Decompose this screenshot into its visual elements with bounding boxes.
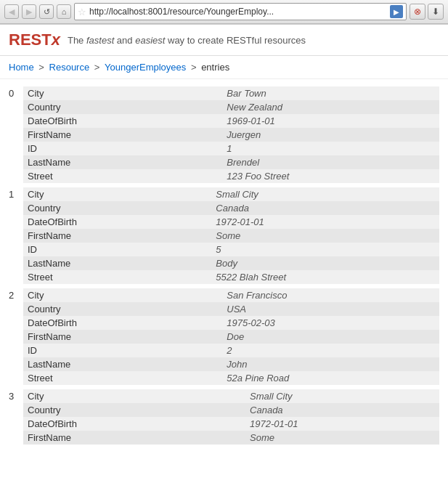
field-key: Country (23, 302, 222, 316)
field-key: Street (23, 169, 222, 183)
field-key: Country (23, 100, 222, 114)
table-row: ID2 (23, 344, 439, 357)
table-row: ID5 (23, 243, 439, 256)
field-value: 52a Pine Road (222, 371, 439, 385)
field-key: ID (23, 344, 222, 357)
field-key: FirstName (23, 330, 222, 344)
table-row: Street123 Foo Street (23, 169, 439, 183)
field-key: City (23, 86, 222, 100)
field-key: City (23, 187, 211, 201)
entry-block: 0CityBar TownCountryNew ZealandDateOfBir… (9, 86, 439, 183)
home-button[interactable]: ⌂ (57, 4, 71, 19)
field-value: 1972-01-01 (211, 215, 439, 229)
entry-table: CitySan FranciscoCountryUSADateOfBirth19… (23, 288, 439, 385)
field-key: DateOfBirth (23, 417, 245, 431)
table-row: Street5522 Blah Street (23, 270, 439, 284)
app-logo: RESTx (9, 31, 60, 49)
table-row: CitySan Francisco (23, 288, 439, 302)
field-key: DateOfBirth (23, 215, 211, 229)
field-key: Country (23, 201, 211, 215)
field-value: 1 (222, 142, 439, 155)
table-row: ID1 (23, 142, 439, 155)
field-value: 2 (222, 344, 439, 357)
field-key: LastName (23, 155, 222, 169)
breadcrumb-resource[interactable]: Resource (49, 62, 90, 73)
field-value: Some (245, 431, 439, 445)
table-row: CityBar Town (23, 86, 439, 100)
field-value: Body (211, 256, 439, 270)
entry-block: 2CitySan FranciscoCountryUSADateOfBirth1… (9, 288, 439, 385)
field-key: LastName (23, 357, 222, 371)
table-row: FirstNameJuergen (23, 128, 439, 142)
field-value: 1969-01-01 (222, 114, 439, 128)
entry-block: 1CitySmall CityCountryCanadaDateOfBirth1… (9, 187, 439, 284)
breadcrumb-current: entries (201, 62, 229, 73)
field-value: Doe (222, 330, 439, 344)
field-value: Juergen (222, 128, 439, 142)
breadcrumb: Home > Resource > YoungerEmployees > ent… (0, 56, 448, 79)
browser-toolbar: ◀ ▶ ↺ ⌂ ☆ http://localhost:8001/resource… (0, 0, 448, 24)
breadcrumb-home[interactable]: Home (9, 62, 34, 73)
table-row: CountryCanada (23, 403, 439, 417)
field-key: DateOfBirth (23, 316, 222, 330)
field-key: Street (23, 270, 211, 284)
address-bar[interactable]: ☆ http://localhost:8001/resource/Younger… (74, 3, 407, 20)
field-key: LastName (23, 256, 211, 270)
table-row: CitySmall City (23, 389, 439, 403)
field-key: Country (23, 403, 245, 417)
table-row: DateOfBirth1975-02-03 (23, 316, 439, 330)
extra-buttons: ⊗ ⬇ (410, 4, 444, 20)
back-button[interactable]: ◀ (4, 4, 19, 19)
stop-button[interactable]: ⊗ (410, 4, 425, 20)
entries-container: 0CityBar TownCountryNew ZealandDateOfBir… (9, 86, 439, 449)
entry-table: CitySmall CityCountryCanadaDateOfBirth19… (23, 389, 439, 445)
field-value: 123 Foo Street (222, 169, 439, 183)
field-value: Brendel (222, 155, 439, 169)
field-key: FirstName (23, 229, 211, 243)
field-value: Small City (245, 389, 439, 403)
field-value: Canada (245, 403, 439, 417)
reload-button[interactable]: ↺ (39, 4, 54, 19)
bookmark-icon: ☆ (78, 7, 86, 17)
field-key: ID (23, 243, 211, 256)
main-content: 0CityBar TownCountryNew ZealandDateOfBir… (0, 79, 448, 456)
entry-table: CityBar TownCountryNew ZealandDateOfBirt… (23, 86, 439, 183)
field-value: New Zealand (222, 100, 439, 114)
field-value: 5 (211, 243, 439, 256)
table-row: LastNameBody (23, 256, 439, 270)
breadcrumb-sep-2: > (94, 62, 102, 73)
field-value: John (222, 357, 439, 371)
table-row: CitySmall City (23, 187, 439, 201)
field-value: 1972-01-01 (245, 417, 439, 431)
field-value: Some (211, 229, 439, 243)
go-button[interactable]: ▶ (390, 5, 403, 18)
entry-index: 0 (9, 86, 23, 183)
table-row: FirstNameDoe (23, 330, 439, 344)
forward-button[interactable]: ▶ (22, 4, 36, 19)
logo-x: x (52, 31, 60, 49)
entry-index: 3 (9, 389, 23, 445)
field-key: ID (23, 142, 222, 155)
logo-rest: REST (9, 31, 52, 49)
field-value: 5522 Blah Street (211, 270, 439, 284)
field-key: FirstName (23, 128, 222, 142)
download-button[interactable]: ⬇ (428, 4, 444, 20)
field-value: Bar Town (222, 86, 439, 100)
entry-table: CitySmall CityCountryCanadaDateOfBirth19… (23, 187, 439, 284)
field-value: USA (222, 302, 439, 316)
breadcrumb-sep-3: > (191, 62, 199, 73)
breadcrumb-younger-employees[interactable]: YoungerEmployees (105, 62, 186, 73)
table-row: CountryCanada (23, 201, 439, 215)
breadcrumb-sep-1: > (38, 62, 46, 73)
table-row: LastNameBrendel (23, 155, 439, 169)
field-value: Canada (211, 201, 439, 215)
field-value: Small City (211, 187, 439, 201)
table-row: DateOfBirth1972-01-01 (23, 215, 439, 229)
field-key: Street (23, 371, 222, 385)
table-row: DateOfBirth1969-01-01 (23, 114, 439, 128)
field-key: FirstName (23, 431, 245, 445)
table-row: LastNameJohn (23, 357, 439, 371)
entry-index: 2 (9, 288, 23, 385)
table-row: FirstNameSome (23, 229, 439, 243)
table-row: DateOfBirth1972-01-01 (23, 417, 439, 431)
